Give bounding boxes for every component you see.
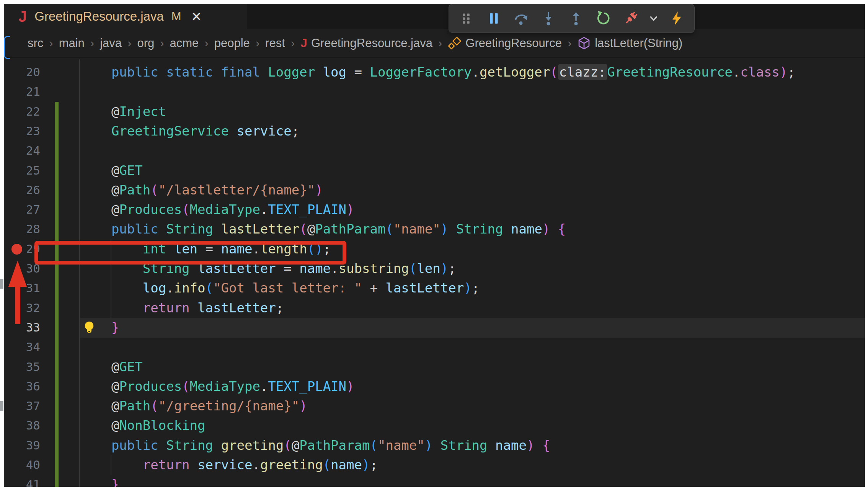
pause-button[interactable]: [482, 7, 506, 30]
disconnect-button[interactable]: [619, 7, 643, 30]
code-line-32[interactable]: return lastLetter;: [80, 298, 284, 318]
breadcrumb-label: src: [28, 36, 43, 50]
step-out-button[interactable]: [564, 7, 588, 30]
line-number-21[interactable]: 21: [4, 82, 40, 101]
breadcrumb-separator: ›: [160, 36, 164, 50]
breakpoint-dot[interactable]: [11, 244, 22, 255]
debug-toolbar: [449, 4, 695, 33]
code-line-31[interactable]: log.info("Got last letter: " + lastLette…: [80, 278, 480, 298]
disconnect-dropdown[interactable]: [646, 7, 661, 30]
code-line-36[interactable]: @Produces(MediaType.TEXT_PLAIN): [80, 377, 354, 396]
line-number-25[interactable]: 25: [4, 161, 40, 180]
lightbulb-icon[interactable]: [82, 320, 96, 335]
hot-code-replace-button[interactable]: [665, 7, 689, 30]
symbol-class-icon: [448, 36, 462, 50]
breadcrumb-label: acme: [170, 36, 199, 50]
breadcrumb-label: GreetingResource: [465, 36, 562, 50]
code-line-28[interactable]: public String lastLetter(@PathParam("nam…: [80, 219, 566, 239]
breadcrumb-item-greetingresource[interactable]: GreetingResource: [448, 36, 562, 50]
java-file-icon: J: [18, 9, 27, 24]
code-line-26[interactable]: @Path("/lastletter/{name}"): [80, 180, 323, 200]
breadcrumb-item-main[interactable]: main: [59, 36, 85, 50]
breadcrumb-separator: ›: [127, 36, 131, 50]
annotation-arrow-icon: [8, 261, 27, 325]
breadcrumb-separator: ›: [568, 36, 571, 50]
line-number-40[interactable]: 40: [4, 455, 40, 475]
tab-greetingresource-java[interactable]: J GreetingResource.java M ✕: [4, 4, 247, 29]
line-number-22[interactable]: 22: [4, 102, 40, 121]
tab-title: GreetingResource.java: [34, 9, 164, 24]
step-over-button[interactable]: [509, 7, 533, 30]
vscode-window: J GreetingResource.java M ✕ src›main›jav…: [4, 4, 865, 487]
margin-tick: [0, 279, 3, 289]
breadcrumb-item-org[interactable]: org: [137, 36, 154, 50]
breadcrumb-label: GreetingResource.java: [311, 36, 432, 50]
breadcrumb-item-people[interactable]: people: [214, 36, 250, 50]
breadcrumb-separator: ›: [90, 36, 94, 50]
gutter-modified-indicator: [55, 102, 59, 487]
code-line-37[interactable]: @Path("/greeting/{name}"): [80, 396, 307, 416]
code-line-38[interactable]: @NonBlocking: [80, 416, 206, 435]
breadcrumb-label: people: [214, 36, 250, 50]
code-line-27[interactable]: @Produces(MediaType.TEXT_PLAIN): [80, 200, 354, 219]
code-line-39[interactable]: public String greeting(@PathParam("name"…: [80, 436, 550, 455]
breadcrumb-label: main: [59, 36, 85, 50]
symbol-method-icon: [577, 36, 591, 50]
java-file-icon: J: [300, 36, 307, 50]
step-into-button[interactable]: [537, 7, 560, 30]
line-number-28[interactable]: 28: [4, 219, 40, 239]
code-line-22[interactable]: @Inject: [80, 102, 166, 121]
line-number-39[interactable]: 39: [4, 436, 40, 455]
breadcrumb-item-greetingresource-java[interactable]: JGreetingResource.java: [300, 36, 432, 50]
current-line-highlight: [79, 318, 865, 338]
git-modified-badge: M: [171, 10, 181, 23]
breadcrumb-label: rest: [265, 36, 285, 50]
breadcrumb: src›main›java›org›acme›people›rest›JGree…: [4, 29, 865, 58]
breadcrumb-item-java[interactable]: java: [100, 36, 122, 50]
line-number-36[interactable]: 36: [4, 377, 40, 396]
breadcrumb-separator: ›: [291, 36, 295, 50]
restart-button[interactable]: [591, 7, 615, 30]
code-editor[interactable]: 20 public static final Logger log = Logg…: [4, 59, 865, 487]
line-number-24[interactable]: 24: [4, 141, 40, 160]
line-number-41[interactable]: 41: [4, 475, 40, 487]
focus-border-fragment: [4, 36, 10, 59]
line-number-38[interactable]: 38: [4, 416, 40, 435]
breadcrumb-label: lastLetter(String): [595, 36, 682, 50]
tab-bar: J GreetingResource.java M ✕: [4, 4, 865, 29]
code-line-35[interactable]: @GET: [80, 357, 143, 377]
code-line-25[interactable]: @GET: [80, 161, 143, 180]
breadcrumb-separator: ›: [49, 36, 53, 50]
line-number-37[interactable]: 37: [4, 396, 40, 416]
breadcrumb-item-acme[interactable]: acme: [170, 36, 199, 50]
line-number-27[interactable]: 27: [4, 200, 40, 219]
code-line-20[interactable]: public static final Logger log = LoggerF…: [80, 62, 795, 82]
breadcrumb-separator: ›: [438, 36, 442, 50]
code-line-40[interactable]: return service.greeting(name);: [80, 455, 378, 475]
toolbar-drag-handle[interactable]: [454, 7, 478, 30]
breadcrumb-label: java: [100, 36, 122, 50]
breadcrumb-label: org: [137, 36, 154, 50]
breadcrumb-separator: ›: [256, 36, 259, 50]
close-icon[interactable]: ✕: [191, 9, 202, 24]
breadcrumb-item-src[interactable]: src: [28, 36, 43, 50]
breadcrumb-item-rest[interactable]: rest: [265, 36, 285, 50]
code-line-41[interactable]: }: [80, 475, 119, 487]
line-number-26[interactable]: 26: [4, 180, 40, 200]
line-number-34[interactable]: 34: [4, 337, 40, 357]
code-line-23[interactable]: GreetingService service;: [80, 121, 299, 141]
line-number-35[interactable]: 35: [4, 357, 40, 377]
margin-tick: [0, 401, 3, 411]
line-number-23[interactable]: 23: [4, 121, 40, 141]
breadcrumb-separator: ›: [204, 36, 208, 50]
line-number-20[interactable]: 20: [4, 62, 40, 82]
breadcrumb-item-lastletter-string-[interactable]: lastLetter(String): [577, 36, 682, 50]
annotation-highlight-box: [34, 241, 346, 265]
